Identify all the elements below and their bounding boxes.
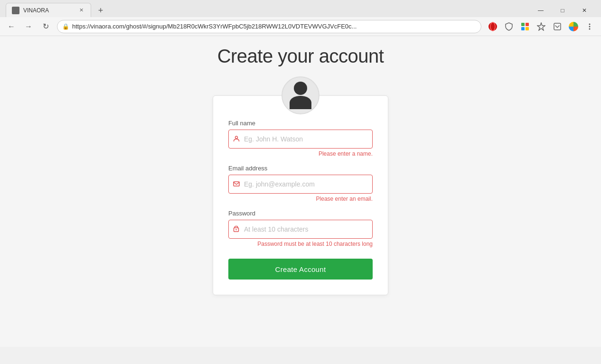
person-icon — [233, 135, 240, 143]
svg-point-9 — [589, 28, 591, 29]
lock-icon — [233, 225, 239, 233]
tab-close-button[interactable]: ✕ — [77, 7, 85, 14]
nav-right-icons — [485, 19, 597, 34]
avatar-icon — [290, 82, 311, 109]
new-tab-button[interactable]: + — [94, 4, 107, 17]
svg-point-8 — [589, 26, 591, 27]
fullname-input[interactable] — [228, 130, 373, 149]
back-button[interactable]: ← — [4, 19, 19, 34]
page-content: Create your account Full name — [0, 36, 601, 347]
close-button[interactable]: ✕ — [573, 4, 595, 17]
signup-form-card: Full name Please enter a name. Email add… — [213, 95, 388, 295]
more-menu-icon — [585, 22, 594, 31]
svg-rect-6 — [554, 23, 561, 30]
tab-title: VINAORA — [23, 7, 74, 14]
email-error: Please enter an email. — [228, 196, 373, 202]
svg-point-13 — [235, 229, 236, 230]
svg-point-7 — [589, 23, 591, 25]
email-input-wrapper — [228, 175, 373, 194]
password-input[interactable] — [228, 220, 373, 239]
account-avatar-icon — [569, 22, 578, 31]
create-account-button[interactable]: Create Account — [228, 259, 373, 280]
address-bar[interactable]: 🔒 https://vinaora.com/ghost/#/signup/Mb2… — [57, 20, 481, 33]
window-controls: — □ ✕ — [530, 4, 595, 17]
email-input[interactable] — [228, 175, 373, 194]
fullname-label: Full name — [228, 120, 373, 127]
opera-icon-button[interactable] — [485, 19, 500, 34]
svg-point-10 — [235, 136, 238, 139]
shield-button[interactable] — [501, 19, 516, 34]
password-input-wrapper — [228, 220, 373, 239]
extensions-icon — [520, 22, 530, 31]
svg-rect-2 — [521, 23, 525, 26]
menu-button[interactable] — [582, 19, 597, 34]
security-icon: 🔒 — [62, 23, 69, 30]
svg-rect-11 — [234, 182, 239, 186]
pocket-button[interactable] — [550, 19, 565, 34]
account-button[interactable] — [566, 19, 581, 34]
forward-button[interactable]: → — [21, 19, 36, 34]
fullname-input-wrapper — [228, 130, 373, 149]
svg-point-0 — [488, 22, 497, 31]
browser-window: VINAORA ✕ + — □ ✕ ← → ↻ 🔒 https://vinaor… — [0, 0, 601, 347]
envelope-icon — [233, 180, 240, 188]
browser-tab[interactable]: VINAORA ✕ — [6, 3, 91, 17]
password-label: Password — [228, 210, 373, 217]
url-text: https://vinaora.com/ghost/#/signup/Mb218… — [72, 23, 476, 30]
maximize-button[interactable]: □ — [552, 4, 573, 17]
bookmarks-button[interactable] — [534, 19, 549, 34]
password-error: Password must be at least 10 characters … — [228, 241, 373, 247]
pocket-icon — [553, 22, 562, 31]
navigation-bar: ← → ↻ 🔒 https://vinaora.com/ghost/#/sign… — [0, 17, 601, 36]
fullname-field-group: Full name Please enter a name. — [228, 120, 373, 157]
avatar — [282, 76, 319, 114]
email-field-group: Email address Please enter an email. — [228, 165, 373, 202]
svg-rect-5 — [526, 27, 529, 30]
password-field-group: Password Password must be at least 10 ch… — [228, 210, 373, 247]
page-title: Create your account — [217, 46, 384, 67]
refresh-button[interactable]: ↻ — [38, 19, 53, 34]
star-icon — [537, 22, 545, 31]
opera-browser-icon — [488, 22, 498, 31]
minimize-button[interactable]: — — [530, 4, 552, 17]
extensions-button[interactable] — [517, 19, 533, 34]
svg-rect-4 — [521, 27, 525, 30]
title-bar: VINAORA ✕ + — □ ✕ — [0, 0, 601, 17]
svg-rect-3 — [526, 23, 529, 26]
shield-icon — [505, 22, 513, 31]
tab-favicon — [12, 7, 19, 14]
email-label: Email address — [228, 165, 373, 172]
fullname-error: Please enter a name. — [228, 150, 373, 157]
